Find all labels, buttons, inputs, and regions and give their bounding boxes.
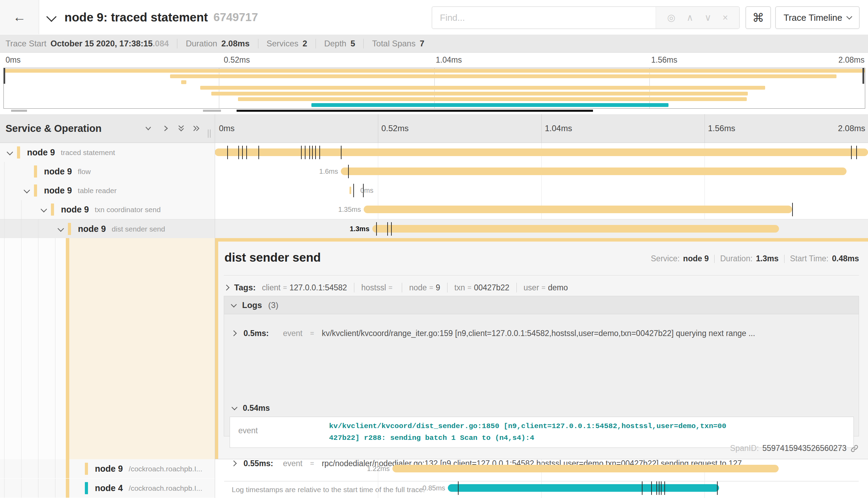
locate-icon[interactable]: ◎ — [667, 12, 675, 23]
chevron-right-icon — [231, 331, 237, 336]
span-row[interactable]: node 9txn coordinator send1.35ms — [0, 200, 868, 219]
chevron-right-icon — [224, 285, 230, 291]
span-duration-bar[interactable] — [364, 206, 792, 213]
expand-all-icon[interactable] — [192, 124, 201, 133]
minimap-handle-segment[interactable] — [203, 110, 221, 112]
span-duration-label: 0ms — [360, 181, 373, 200]
depth-label: Depth — [324, 39, 346, 48]
detail-row-indent — [0, 238, 215, 459]
logs-label: Logs — [242, 300, 262, 310]
collapse-trace-chevron-icon[interactable] — [46, 12, 57, 22]
minimap-span-bar — [181, 80, 186, 84]
log-marker-tick — [376, 222, 377, 236]
span-row[interactable]: node 9flow1.6ms — [0, 162, 868, 181]
span-tree-cell[interactable]: node 9table reader — [0, 181, 215, 200]
span-timeline-cell[interactable]: 1.22ms — [215, 459, 868, 478]
span-color-bar — [68, 223, 71, 235]
trace-name: node 9: traced statement — [64, 10, 208, 24]
span-id-label: SpanID: — [730, 444, 759, 453]
tree-guide-line — [38, 238, 38, 459]
view-selector-label: Trace Timeline — [783, 12, 842, 23]
tag-item[interactable]: txn=00427b22 — [454, 283, 510, 292]
log-marker-tick — [305, 146, 305, 159]
minimap-left-scrubber[interactable] — [3, 68, 5, 84]
log-marker-tick — [246, 146, 247, 159]
span-tree-cell[interactable]: node 9dist sender send — [0, 219, 215, 238]
link-icon[interactable] — [850, 444, 859, 453]
divider — [402, 283, 402, 292]
span-timeline-cell[interactable]: 1.35ms — [215, 200, 868, 219]
minimap-canvas[interactable] — [3, 68, 865, 109]
tree-guide-line — [55, 459, 55, 478]
span-tree-cell[interactable]: node 9/cockroach.roachpb.I... — [0, 459, 215, 478]
tag-item[interactable]: hostssl= — [361, 283, 395, 292]
span-duration-label: 1.22ms — [334, 459, 390, 478]
selected-span-guide — [66, 479, 69, 498]
find-next-icon[interactable]: ∨ — [705, 12, 711, 23]
span-service: node 4 — [95, 483, 123, 493]
span-tree-cell[interactable]: node 9txn coordinator send — [0, 200, 215, 219]
tags-accordion[interactable]: Tags: client=127.0.0.1:54582hostssl=node… — [224, 280, 568, 295]
log-marker-tick — [315, 146, 316, 159]
divider — [784, 255, 785, 263]
span-timeline-cell[interactable]: 0ms — [215, 181, 868, 200]
tag-item[interactable]: node=9 — [409, 283, 440, 292]
timeline-grid-header: Service & Operation 0ms 0.52ms 1.04ms 1.… — [0, 114, 868, 143]
span-duration-bar[interactable] — [341, 167, 847, 175]
tree-guide-line — [4, 459, 5, 478]
find-input[interactable]: Find... — [432, 7, 656, 28]
chevron-down-icon[interactable] — [57, 225, 64, 232]
log-marker-tick — [363, 184, 364, 197]
logs-accordion-header[interactable]: Logs (3) — [224, 296, 859, 314]
view-selector-button[interactable]: Trace Timeline — [775, 6, 860, 29]
minimap-right-scrubber[interactable] — [862, 68, 864, 84]
column-resizer[interactable] — [208, 129, 211, 138]
timeline-axis-label: 2.08ms — [838, 114, 865, 143]
minimap-span-bar — [311, 103, 669, 107]
log-field-name: event — [238, 426, 258, 435]
span-row[interactable]: node 9table reader0ms — [0, 181, 868, 200]
log-marker-tick — [659, 481, 659, 495]
find-clear-icon[interactable]: × — [723, 12, 728, 23]
span-duration-bar[interactable] — [372, 225, 779, 233]
span-timeline-cell[interactable]: 0.85ms — [215, 479, 868, 498]
log-key: event — [283, 329, 302, 338]
log-entry-expanded-header[interactable]: 0.54ms — [224, 400, 859, 416]
span-timeline-cell[interactable]: 1.3ms — [215, 219, 868, 238]
span-row[interactable]: node 9dist sender send1.3ms — [0, 219, 868, 239]
span-name: node 9txn coordinator send — [61, 200, 161, 219]
chevron-down-icon[interactable] — [41, 206, 47, 212]
trace-minimap[interactable]: 0ms 0.52ms 1.04ms 1.56ms 2.08ms — [0, 53, 868, 114]
span-row[interactable]: node 9/cockroach.roachpb.I...1.22ms — [0, 459, 868, 478]
expand-one-icon[interactable] — [161, 124, 170, 133]
span-duration-bar[interactable] — [448, 484, 719, 492]
find-prev-icon[interactable]: ∧ — [687, 12, 693, 23]
span-tree-cell[interactable]: node 4/cockroach.roachpb.I... — [0, 479, 215, 498]
span-duration-bar[interactable] — [349, 187, 352, 194]
span-row[interactable]: node 9traced statement — [0, 143, 868, 162]
span-tree-cell[interactable]: node 9flow — [0, 162, 215, 181]
tag-value: demo — [548, 283, 568, 292]
minimap-scrollbar[interactable] — [237, 110, 593, 112]
minimap-span-bar — [4, 69, 865, 73]
divider — [316, 39, 316, 48]
tag-item[interactable]: client=127.0.0.1:54582 — [262, 283, 347, 292]
span-name: node 9flow — [44, 162, 91, 181]
span-duration-bar[interactable] — [392, 465, 779, 472]
log-marker-tick — [242, 146, 243, 159]
tag-value: 00427b22 — [474, 283, 509, 292]
log-entry[interactable]: 0.5ms: event = kv/kvclient/kvcoord/range… — [224, 318, 859, 349]
back-button[interactable]: ← — [0, 0, 39, 34]
span-timeline-cell[interactable]: 1.6ms — [215, 162, 868, 181]
keyboard-shortcuts-button[interactable]: ⌘ — [745, 6, 771, 29]
trace-id-short: 6749717 — [213, 11, 258, 24]
chevron-down-icon[interactable] — [7, 149, 13, 155]
span-row[interactable]: node 4/cockroach.roachpb.I...0.85ms — [0, 479, 868, 498]
collapse-one-icon[interactable] — [144, 124, 153, 133]
log-marker-tick — [851, 146, 852, 159]
collapse-all-icon[interactable] — [177, 124, 186, 133]
chevron-down-icon[interactable] — [24, 187, 30, 193]
span-timeline-cell[interactable] — [215, 143, 868, 162]
minimap-handle-segment[interactable] — [11, 110, 27, 112]
tag-item[interactable]: user=demo — [524, 283, 568, 292]
